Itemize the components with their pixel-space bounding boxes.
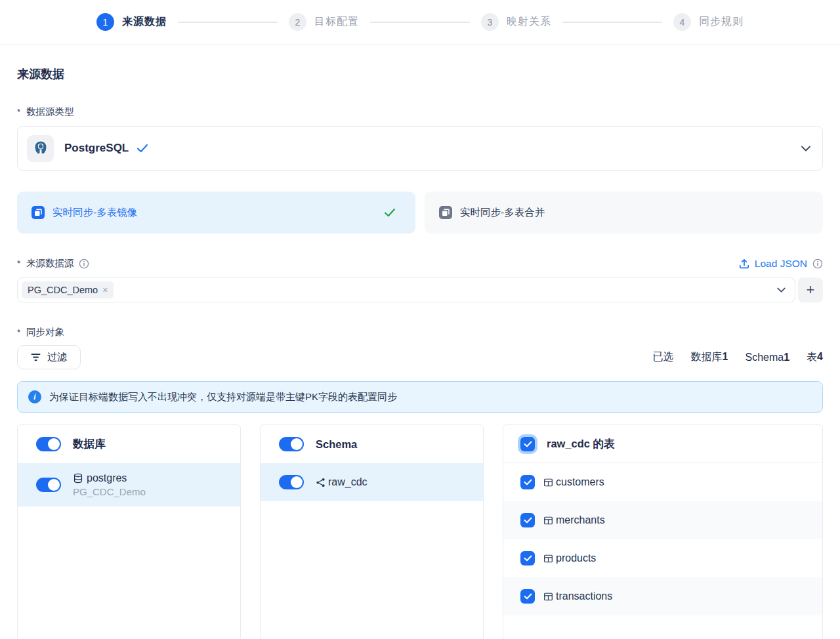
- sync-mode-merge-card[interactable]: 实时同步-多表合并: [425, 192, 823, 234]
- schema-item-raw-cdc[interactable]: raw_cdc: [261, 463, 483, 501]
- step-2-label: 目标配置: [314, 15, 359, 29]
- selected-check-icon: [136, 144, 148, 153]
- load-json-label: Load JSON: [755, 258, 807, 270]
- source-datasource-label: * 来源数据源: [17, 257, 89, 270]
- sync-mode-merge-label: 实时同步-多表合并: [460, 206, 545, 220]
- step-4-label: 同步规则: [699, 15, 744, 29]
- step-connector: [178, 22, 278, 23]
- datasource-tag: PG_CDC_Demo ×: [22, 281, 114, 299]
- step-4-number: 4: [673, 13, 691, 31]
- info-icon[interactable]: [812, 258, 823, 269]
- table-customers-checkbox[interactable]: [520, 475, 535, 489]
- pk-notice-banner: i 为保证目标端数据写入不出现冲突，仅支持对源端是带主键PK字段的表配置同步: [17, 381, 823, 413]
- mode-selected-check-icon: [384, 208, 396, 217]
- step-connector: [562, 22, 662, 23]
- table-row-merchants[interactable]: merchants: [503, 501, 822, 539]
- sync-objects-label: * 同步对象: [17, 326, 823, 339]
- database-icon: [73, 473, 83, 484]
- table-name: products: [556, 552, 596, 564]
- summary-schema-count: Schema1: [745, 352, 789, 363]
- summary-table-count: 表4: [807, 350, 823, 364]
- tables-all-checkbox[interactable]: [520, 437, 535, 451]
- table-merchants-checkbox[interactable]: [520, 513, 535, 527]
- pk-notice-text: 为保证目标端数据写入不出现冲突，仅支持对源端是带主键PK字段的表配置同步: [49, 391, 397, 403]
- schema-all-toggle[interactable]: [279, 437, 304, 451]
- datasource-tag-label: PG_CDC_Demo: [28, 285, 98, 295]
- postgresql-logo-icon: [27, 135, 54, 162]
- upload-icon: [739, 258, 749, 269]
- selection-summary: 已选 数据库1 Schema1 表4: [653, 350, 823, 364]
- datasource-type-label-text: 数据源类型: [26, 106, 74, 118]
- table-icon: [543, 478, 553, 487]
- step-mapping[interactable]: 3 映射关系: [481, 13, 551, 31]
- table-icon: [543, 592, 553, 602]
- database-item-subtitle: PG_CDC_Demo: [73, 486, 146, 497]
- filter-button-label: 过滤: [47, 351, 67, 363]
- step-1-number: 1: [96, 13, 114, 31]
- schema-raw-cdc-toggle[interactable]: [279, 475, 304, 489]
- schema-panel-header: Schema: [316, 438, 357, 451]
- table-name: transactions: [556, 590, 612, 602]
- database-all-toggle[interactable]: [36, 437, 61, 451]
- database-item-name: postgres: [87, 472, 127, 484]
- required-marker: *: [17, 258, 20, 268]
- step-source-data[interactable]: 1 来源数据: [96, 13, 167, 31]
- database-panel: 数据库 postgres PG_CDC_Demo: [17, 424, 241, 639]
- datasource-type-label: * 数据源类型: [17, 106, 823, 118]
- database-panel-header: 数据库: [73, 437, 106, 451]
- table-products-checkbox[interactable]: [520, 551, 535, 566]
- wizard-stepper-bar: 1 来源数据 2 目标配置 3 映射关系 4 同步规则: [0, 0, 840, 45]
- merge-mode-icon: [439, 206, 452, 219]
- sync-mode-mirror-card[interactable]: 实时同步-多表镜像: [17, 192, 415, 234]
- add-datasource-button[interactable]: +: [798, 278, 823, 302]
- page-title: 来源数据: [17, 66, 823, 82]
- wizard-stepper: 1 来源数据 2 目标配置 3 映射关系 4 同步规则: [96, 13, 744, 31]
- required-marker: *: [17, 107, 20, 117]
- source-datasource-label-text: 来源数据源: [26, 257, 74, 270]
- load-json-button[interactable]: Load JSON: [739, 258, 823, 270]
- step-target-config[interactable]: 2 目标配置: [289, 13, 359, 31]
- required-marker: *: [17, 327, 20, 337]
- step-3-label: 映射关系: [507, 15, 551, 29]
- step-connector: [370, 22, 470, 23]
- step-1-label: 来源数据: [122, 15, 167, 29]
- table-icon: [543, 516, 553, 526]
- sync-mode-cards: 实时同步-多表镜像 实时同步-多表合并: [17, 192, 823, 234]
- filter-icon: [31, 353, 41, 361]
- chevron-down-icon: [801, 146, 810, 152]
- mirror-mode-icon: [32, 206, 45, 219]
- table-row-customers[interactable]: customers: [503, 463, 822, 501]
- step-3-number: 3: [481, 13, 499, 31]
- step-2-number: 2: [289, 13, 306, 31]
- sync-objects-label-text: 同步对象: [26, 326, 64, 339]
- step-sync-rules[interactable]: 4 同步规则: [673, 13, 744, 31]
- tables-panel-header: raw_cdc 的表: [547, 437, 615, 451]
- source-datasource-select[interactable]: PG_CDC_Demo ×: [17, 278, 795, 302]
- summary-prefix: 已选: [653, 350, 674, 364]
- table-transactions-checkbox[interactable]: [520, 589, 535, 604]
- sync-mode-mirror-label: 实时同步-多表镜像: [52, 206, 137, 220]
- tag-remove-icon[interactable]: ×: [102, 285, 108, 295]
- tables-panel: raw_cdc 的表 customers: [503, 424, 823, 639]
- table-name: customers: [556, 476, 604, 488]
- filter-button[interactable]: 过滤: [17, 345, 81, 369]
- datasource-type-value: PostgreSQL: [64, 142, 129, 155]
- schema-item-name: raw_cdc: [328, 476, 368, 488]
- info-filled-icon: i: [28, 390, 41, 403]
- chevron-down-icon: [777, 287, 786, 293]
- info-icon[interactable]: [79, 258, 89, 269]
- database-postgres-toggle[interactable]: [36, 478, 61, 492]
- summary-database-count: 数据库1: [691, 350, 728, 364]
- table-name: merchants: [556, 514, 605, 526]
- table-row-products[interactable]: products: [503, 539, 822, 577]
- schema-icon: [316, 478, 326, 487]
- table-row-transactions[interactable]: transactions: [503, 577, 822, 615]
- table-icon: [543, 554, 553, 564]
- database-item-postgres[interactable]: postgres PG_CDC_Demo: [18, 463, 240, 506]
- datasource-type-select[interactable]: PostgreSQL: [17, 126, 823, 171]
- schema-panel: Schema raw_cdc: [260, 424, 484, 639]
